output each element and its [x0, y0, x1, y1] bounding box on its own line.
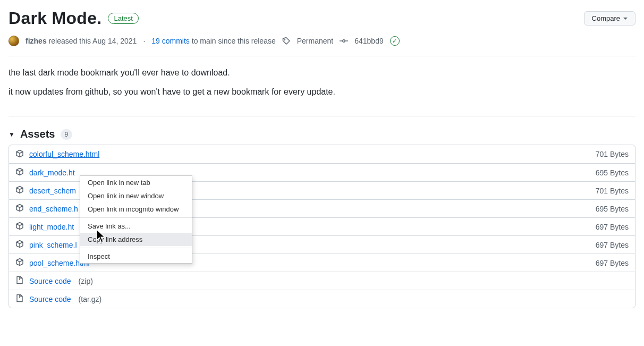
- compare-button[interactable]: Compare: [584, 11, 635, 26]
- asset-left: end_scheme.h: [15, 204, 78, 214]
- title-wrap: Dark Mode. Latest: [9, 9, 139, 28]
- commit-icon: [340, 37, 348, 45]
- asset-size: 695 Bytes: [596, 168, 629, 177]
- assets-count: 9: [61, 129, 73, 140]
- asset-left: Source code(zip): [15, 276, 93, 286]
- asset-left: Source code(tar.gz): [15, 294, 101, 304]
- package-icon: [15, 258, 24, 268]
- context-menu-separator: [80, 248, 192, 248]
- package-icon: [15, 149, 24, 159]
- asset-row: Source code(zip): [9, 272, 635, 290]
- svg-point-0: [343, 40, 345, 42]
- asset-size: 697 Bytes: [596, 259, 629, 267]
- commits-suffix: to main since this release: [192, 37, 276, 45]
- asset-link[interactable]: Source code: [29, 277, 71, 285]
- context-menu-separator: [80, 217, 192, 218]
- package-icon: [15, 185, 24, 196]
- asset-left: desert_schem: [15, 185, 76, 196]
- asset-left: pink_scheme.l: [15, 240, 77, 250]
- package-icon: [15, 222, 24, 232]
- commits-link[interactable]: 19 commits: [151, 37, 190, 45]
- release-header: Dark Mode. Latest Compare: [9, 9, 635, 28]
- asset-link[interactable]: Source code: [29, 295, 71, 303]
- release-date: Aug 14, 2021: [92, 37, 137, 45]
- file-zip-icon: [15, 276, 24, 286]
- author-link[interactable]: fizhes: [26, 37, 47, 45]
- context-menu-item[interactable]: Open link in new window: [80, 189, 192, 202]
- release-title: Dark Mode.: [9, 9, 101, 28]
- commit-sha[interactable]: 641bbd9: [354, 37, 384, 45]
- asset-row: colorful_scheme.html701 Bytes: [9, 145, 635, 163]
- asset-size: 695 Bytes: [596, 205, 629, 213]
- release-meta: fizhes released this Aug 14, 2021 · 19 c…: [9, 32, 635, 56]
- asset-size: 701 Bytes: [596, 150, 629, 158]
- avatar[interactable]: [9, 36, 19, 46]
- context-menu: Open link in new tabOpen link in new win…: [80, 175, 192, 264]
- package-icon: [15, 204, 24, 214]
- release-description: the last dark mode bookmark you'll ever …: [9, 56, 635, 116]
- context-menu-item[interactable]: Copy link address: [80, 233, 192, 246]
- chevron-down-icon: [623, 18, 628, 20]
- asset-link[interactable]: colorful_scheme.html: [29, 150, 99, 158]
- asset-ext: (tar.gz): [79, 295, 102, 303]
- package-icon: [15, 167, 24, 178]
- compare-label: Compare: [592, 14, 620, 22]
- released-text: released this: [49, 37, 91, 45]
- context-menu-item[interactable]: Open link in new tab: [80, 176, 192, 189]
- file-zip-icon: [15, 294, 24, 304]
- asset-size: 697 Bytes: [596, 241, 629, 249]
- latest-badge: Latest: [108, 13, 138, 24]
- context-menu-item[interactable]: Inspect: [80, 250, 192, 263]
- tag-label[interactable]: Permanent: [297, 37, 333, 45]
- asset-link[interactable]: dark_mode.ht: [29, 168, 75, 177]
- asset-size: 701 Bytes: [596, 187, 629, 195]
- asset-link[interactable]: pink_scheme.l: [29, 241, 77, 249]
- asset-ext: (zip): [79, 277, 93, 285]
- context-menu-item[interactable]: Save link as...: [80, 220, 192, 233]
- description-line: it now updates from github, so you won't…: [9, 87, 635, 97]
- asset-left: dark_mode.ht: [15, 167, 75, 178]
- asset-left: pool_scheme.html: [15, 258, 90, 268]
- asset-row: Source code(tar.gz): [9, 290, 635, 308]
- asset-link[interactable]: light_mode.ht: [29, 223, 74, 231]
- dot-separator: ·: [143, 37, 145, 45]
- assets-toggle[interactable]: ▼ Assets 9: [9, 128, 635, 140]
- asset-link[interactable]: end_scheme.h: [29, 205, 78, 213]
- asset-link[interactable]: desert_schem: [29, 187, 76, 195]
- asset-left: colorful_scheme.html: [15, 149, 99, 159]
- asset-left: light_mode.ht: [15, 222, 74, 232]
- verified-icon[interactable]: ✓: [390, 36, 400, 46]
- tag-icon: [282, 37, 291, 45]
- context-menu-item[interactable]: Open link in incognito window: [80, 202, 192, 216]
- package-icon: [15, 240, 24, 250]
- asset-size: 697 Bytes: [596, 223, 629, 231]
- disclosure-triangle-icon: ▼: [9, 131, 15, 138]
- description-line: the last dark mode bookmark you'll ever …: [9, 68, 635, 78]
- assets-title: Assets: [20, 128, 55, 140]
